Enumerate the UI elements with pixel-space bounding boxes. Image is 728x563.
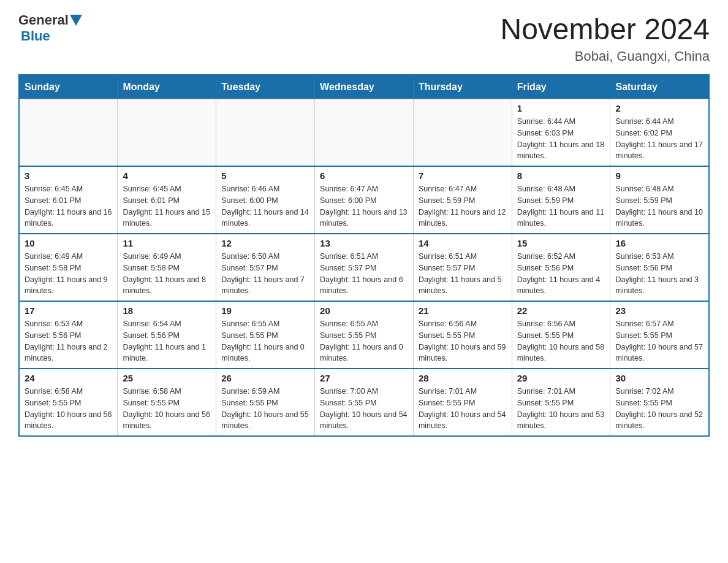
day-number: 5 bbox=[221, 170, 309, 181]
day-number: 22 bbox=[517, 305, 605, 316]
day-number: 3 bbox=[25, 170, 112, 181]
day-info-line: Sunset: 5:57 PM bbox=[419, 264, 475, 272]
day-info-line: Daylight: 11 hours and 13 minutes. bbox=[320, 208, 407, 228]
day-info-line: Daylight: 11 hours and 17 minutes. bbox=[615, 140, 702, 161]
header-thursday: Thursday bbox=[413, 75, 512, 99]
calendar-cell bbox=[216, 99, 315, 167]
day-info-line: Sunrise: 6:44 AM bbox=[615, 117, 673, 126]
day-info-line: Sunrise: 6:46 AM bbox=[221, 185, 279, 193]
day-number: 27 bbox=[320, 373, 408, 383]
day-info-line: Sunrise: 6:59 AM bbox=[221, 387, 279, 396]
day-info-line: Daylight: 11 hours and 7 minutes. bbox=[221, 275, 305, 296]
day-info-line: Sunrise: 6:51 AM bbox=[419, 252, 477, 261]
day-info-line: Sunrise: 7:02 AM bbox=[615, 387, 673, 396]
day-info-line: Daylight: 10 hours and 59 minutes. bbox=[419, 343, 506, 363]
day-info: Sunrise: 6:58 AMSunset: 5:55 PMDaylight:… bbox=[25, 386, 112, 432]
day-info: Sunrise: 6:57 AMSunset: 5:55 PMDaylight:… bbox=[615, 318, 703, 364]
day-number: 28 bbox=[419, 373, 507, 383]
day-number: 11 bbox=[123, 238, 211, 248]
calendar-week-row: 1Sunrise: 6:44 AMSunset: 6:03 PMDaylight… bbox=[19, 99, 709, 167]
day-info-line: Sunset: 5:55 PM bbox=[221, 399, 278, 407]
day-number: 8 bbox=[517, 170, 605, 181]
day-info: Sunrise: 6:53 AMSunset: 5:56 PMDaylight:… bbox=[25, 318, 112, 364]
logo: General Blue bbox=[18, 12, 83, 44]
calendar-cell bbox=[19, 99, 118, 167]
day-info-line: Sunrise: 6:56 AM bbox=[419, 320, 477, 328]
day-info-line: Sunset: 6:01 PM bbox=[25, 196, 81, 205]
calendar-cell: 14Sunrise: 6:51 AMSunset: 5:57 PMDayligh… bbox=[413, 234, 512, 301]
day-info-line: Daylight: 10 hours and 53 minutes. bbox=[517, 410, 604, 431]
day-info-line: Sunset: 5:59 PM bbox=[615, 196, 672, 205]
day-info-line: Sunset: 5:55 PM bbox=[419, 331, 475, 340]
day-info: Sunrise: 6:44 AMSunset: 6:03 PMDaylight:… bbox=[517, 116, 605, 162]
day-number: 29 bbox=[517, 373, 605, 383]
calendar-cell: 11Sunrise: 6:49 AMSunset: 5:58 PMDayligh… bbox=[118, 234, 216, 301]
header-saturday: Saturday bbox=[610, 75, 709, 99]
day-info-line: Sunset: 5:55 PM bbox=[320, 399, 376, 407]
day-info-line: Sunrise: 6:58 AM bbox=[25, 387, 83, 396]
day-info-line: Sunset: 5:58 PM bbox=[25, 264, 81, 272]
calendar-cell: 12Sunrise: 6:50 AMSunset: 5:57 PMDayligh… bbox=[216, 234, 315, 301]
calendar-subtitle: Bobai, Guangxi, China bbox=[500, 48, 710, 64]
day-info: Sunrise: 6:56 AMSunset: 5:55 PMDaylight:… bbox=[419, 318, 507, 364]
day-info-line: Sunrise: 6:52 AM bbox=[517, 252, 575, 261]
day-info: Sunrise: 6:48 AMSunset: 5:59 PMDaylight:… bbox=[517, 183, 605, 229]
header-tuesday: Tuesday bbox=[216, 75, 315, 99]
day-info-line: Daylight: 11 hours and 1 minute. bbox=[123, 343, 206, 363]
day-info-line: Daylight: 10 hours and 56 minutes. bbox=[123, 410, 210, 431]
logo-triangle-icon bbox=[70, 15, 82, 26]
day-info: Sunrise: 6:44 AMSunset: 6:02 PMDaylight:… bbox=[615, 116, 703, 162]
calendar-cell: 16Sunrise: 6:53 AMSunset: 5:56 PMDayligh… bbox=[610, 234, 709, 301]
day-info-line: Sunrise: 7:01 AM bbox=[419, 387, 477, 396]
day-info-line: Daylight: 10 hours and 54 minutes. bbox=[320, 410, 407, 431]
day-info: Sunrise: 6:45 AMSunset: 6:01 PMDaylight:… bbox=[25, 183, 112, 229]
day-number: 1 bbox=[517, 103, 605, 113]
day-info-line: Daylight: 11 hours and 9 minutes. bbox=[25, 275, 108, 296]
day-info-line: Sunrise: 6:47 AM bbox=[320, 185, 378, 193]
calendar-cell: 1Sunrise: 6:44 AMSunset: 6:03 PMDaylight… bbox=[512, 99, 610, 167]
calendar-cell: 13Sunrise: 6:51 AMSunset: 5:57 PMDayligh… bbox=[315, 234, 414, 301]
day-info: Sunrise: 6:55 AMSunset: 5:55 PMDaylight:… bbox=[221, 318, 309, 364]
day-number: 13 bbox=[320, 238, 408, 248]
calendar-cell: 20Sunrise: 6:55 AMSunset: 5:55 PMDayligh… bbox=[315, 301, 414, 369]
day-info: Sunrise: 6:51 AMSunset: 5:57 PMDaylight:… bbox=[320, 251, 408, 297]
day-info-line: Sunset: 5:55 PM bbox=[25, 399, 81, 407]
day-info-line: Sunset: 6:00 PM bbox=[221, 196, 278, 205]
day-info: Sunrise: 6:55 AMSunset: 5:55 PMDaylight:… bbox=[320, 318, 408, 364]
calendar-week-row: 17Sunrise: 6:53 AMSunset: 5:56 PMDayligh… bbox=[19, 301, 709, 369]
day-info-line: Sunset: 5:58 PM bbox=[123, 264, 179, 272]
day-info-line: Sunrise: 6:49 AM bbox=[25, 252, 83, 261]
day-info-line: Sunset: 5:59 PM bbox=[419, 196, 475, 205]
day-info-line: Daylight: 11 hours and 18 minutes. bbox=[517, 140, 604, 161]
day-info-line: Sunrise: 6:54 AM bbox=[123, 320, 181, 328]
day-info: Sunrise: 7:01 AMSunset: 5:55 PMDaylight:… bbox=[419, 386, 507, 432]
day-info-line: Sunrise: 6:55 AM bbox=[221, 320, 279, 328]
day-info-line: Sunset: 5:56 PM bbox=[517, 264, 574, 272]
day-info-line: Daylight: 10 hours and 57 minutes. bbox=[615, 343, 702, 363]
day-info-line: Sunset: 5:55 PM bbox=[517, 331, 574, 340]
calendar-cell: 5Sunrise: 6:46 AMSunset: 6:00 PMDaylight… bbox=[216, 166, 315, 234]
day-info-line: Sunset: 5:56 PM bbox=[615, 264, 672, 272]
day-info-line: Sunrise: 6:58 AM bbox=[123, 387, 181, 396]
day-info-line: Sunrise: 6:45 AM bbox=[123, 185, 181, 193]
day-info: Sunrise: 6:46 AMSunset: 6:00 PMDaylight:… bbox=[221, 183, 309, 229]
day-info-line: Sunrise: 6:47 AM bbox=[419, 185, 477, 193]
calendar-title: November 2024 bbox=[500, 12, 710, 46]
day-number: 9 bbox=[615, 170, 703, 181]
day-info: Sunrise: 6:48 AMSunset: 5:59 PMDaylight:… bbox=[615, 183, 703, 229]
calendar-cell: 24Sunrise: 6:58 AMSunset: 5:55 PMDayligh… bbox=[19, 369, 118, 436]
day-info-line: Sunset: 6:00 PM bbox=[320, 196, 376, 205]
calendar-cell: 2Sunrise: 6:44 AMSunset: 6:02 PMDaylight… bbox=[610, 99, 709, 167]
day-info: Sunrise: 6:47 AMSunset: 6:00 PMDaylight:… bbox=[320, 183, 408, 229]
day-info: Sunrise: 6:49 AMSunset: 5:58 PMDaylight:… bbox=[123, 251, 211, 297]
calendar-cell bbox=[315, 99, 414, 167]
day-info-line: Sunset: 5:57 PM bbox=[320, 264, 376, 272]
day-info: Sunrise: 7:02 AMSunset: 5:55 PMDaylight:… bbox=[615, 386, 703, 432]
calendar-cell: 15Sunrise: 6:52 AMSunset: 5:56 PMDayligh… bbox=[512, 234, 610, 301]
day-info-line: Sunset: 5:59 PM bbox=[517, 196, 574, 205]
day-info-line: Sunrise: 6:53 AM bbox=[25, 320, 83, 328]
day-info-line: Sunset: 6:01 PM bbox=[123, 196, 179, 205]
day-number: 20 bbox=[320, 305, 408, 316]
day-info-line: Daylight: 11 hours and 8 minutes. bbox=[123, 275, 206, 296]
logo-blue-text: Blue bbox=[21, 28, 50, 44]
